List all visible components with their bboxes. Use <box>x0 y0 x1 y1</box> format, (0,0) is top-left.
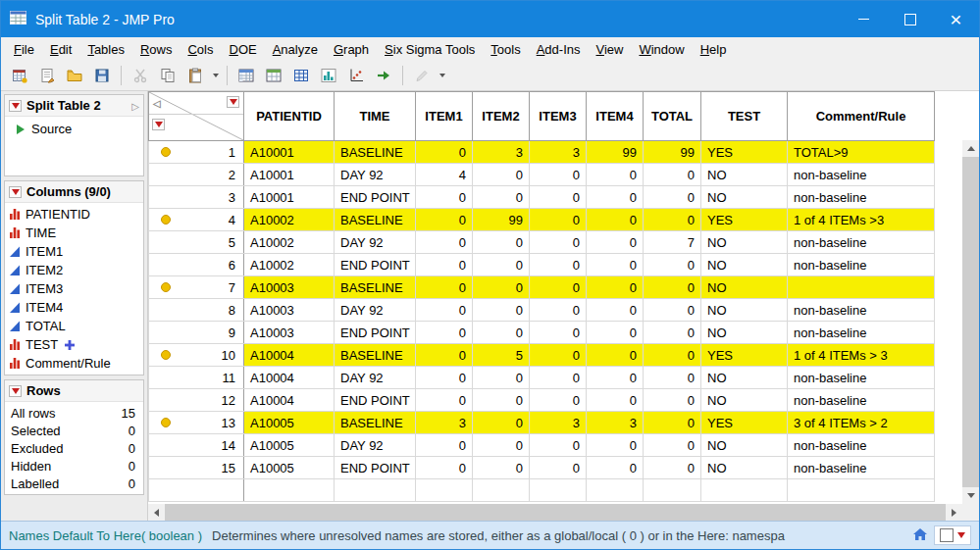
cell-total[interactable]: 0 <box>644 186 701 209</box>
cell-total[interactable]: 0 <box>644 254 701 276</box>
cell-item1[interactable]: 0 <box>416 231 473 254</box>
distribution-icon[interactable] <box>316 63 341 88</box>
cell-item2[interactable]: 3 <box>473 141 530 164</box>
columns-menu-icon[interactable] <box>9 186 22 198</box>
cell-item4[interactable]: 0 <box>587 457 644 479</box>
cell-item1[interactable]: 0 <box>416 457 473 479</box>
cell-comment[interactable]: non-baseline <box>788 231 935 254</box>
cell-total[interactable]: 0 <box>644 299 701 322</box>
cell-patientid[interactable]: A10003 <box>244 322 335 344</box>
cell-comment[interactable]: non-baseline <box>788 186 935 209</box>
menu-item-analyze[interactable]: Analyze <box>265 39 326 60</box>
cell-item2[interactable]: 0 <box>473 164 530 186</box>
cell-comment[interactable]: non-baseline <box>788 254 935 276</box>
cell-time[interactable]: DAY 92 <box>335 434 416 457</box>
row-number[interactable]: 2 <box>149 164 244 186</box>
cell-test[interactable]: NO <box>701 457 788 479</box>
cell-item1[interactable]: 0 <box>416 344 473 367</box>
cell-patientid[interactable]: A10005 <box>244 434 335 457</box>
cell-test[interactable]: YES <box>701 412 788 434</box>
cell-patientid[interactable]: A10004 <box>244 367 335 389</box>
cell-item4[interactable]: 0 <box>587 209 644 231</box>
cell-item3[interactable]: 0 <box>530 186 587 209</box>
grid-icon[interactable] <box>288 63 314 88</box>
cell-item4[interactable]: 0 <box>587 299 644 322</box>
cell-item2[interactable]: 0 <box>473 412 530 434</box>
cell-item4[interactable]: 0 <box>587 164 644 186</box>
scroll-left-icon[interactable] <box>148 504 165 521</box>
cell-item3[interactable]: 0 <box>530 434 587 457</box>
vertical-scroll-track[interactable] <box>962 157 979 487</box>
cell-patientid[interactable]: A10002 <box>244 254 335 276</box>
cell-item4[interactable]: 99 <box>587 141 644 164</box>
row-number[interactable]: 7 <box>149 276 244 299</box>
cell-total[interactable]: 0 <box>644 412 701 434</box>
column-item-comment-rule[interactable]: Comment/Rule <box>5 354 143 373</box>
cell-item4[interactable]: 0 <box>587 254 644 276</box>
row-number[interactable]: 15 <box>149 457 244 479</box>
cell-time[interactable]: BASELINE <box>335 276 416 299</box>
cell-item4[interactable]: 3 <box>587 412 644 434</box>
menu-item-rows[interactable]: Rows <box>132 39 181 60</box>
menu-item-window[interactable]: Window <box>631 39 692 60</box>
column-item-total[interactable]: TOTAL <box>5 317 143 335</box>
column-header-item2[interactable]: ITEM2 <box>473 92 530 141</box>
cell-item2[interactable]: 5 <box>473 344 530 367</box>
scroll-down-icon[interactable] <box>962 487 979 504</box>
cell-item3[interactable]: 0 <box>530 254 587 276</box>
cell-item1[interactable]: 0 <box>416 276 473 299</box>
scroll-right-icon[interactable] <box>946 504 962 521</box>
column-header-item3[interactable]: ITEM3 <box>530 92 587 141</box>
menu-item-cols[interactable]: Cols <box>180 39 221 60</box>
cell-test[interactable]: NO <box>701 164 788 186</box>
cell-item2[interactable]: 0 <box>473 457 530 479</box>
menu-item-six-sigma-tools[interactable]: Six Sigma Tools <box>377 39 483 60</box>
run-script-icon[interactable] <box>371 63 396 88</box>
table-menu-icon[interactable] <box>9 100 22 112</box>
cell-comment[interactable]: non-baseline <box>788 164 935 186</box>
cell-item3[interactable]: 0 <box>530 367 587 389</box>
cell-item3[interactable]: 0 <box>530 389 587 412</box>
cell-test[interactable]: YES <box>701 141 788 164</box>
cell-item1[interactable]: 4 <box>416 164 473 186</box>
menu-item-graph[interactable]: Graph <box>326 39 377 60</box>
menu-item-add-ins[interactable]: Add-Ins <box>529 39 589 60</box>
cell-item1[interactable]: 0 <box>416 141 473 164</box>
column-header-patientid[interactable]: PATIENTID <box>244 92 335 141</box>
horizontal-scroll-track[interactable] <box>165 504 946 521</box>
row-number[interactable]: 14 <box>149 434 244 457</box>
row-number[interactable]: 9 <box>149 322 244 344</box>
cell-comment[interactable]: non-baseline <box>788 434 935 457</box>
cell-item1[interactable]: 0 <box>416 254 473 276</box>
cell-test[interactable]: NO <box>701 276 788 299</box>
cell-item1[interactable]: 0 <box>416 322 473 344</box>
maximize-button[interactable] <box>887 1 933 37</box>
fit-y-x-icon[interactable] <box>343 63 369 88</box>
minimize-button[interactable] <box>841 1 887 37</box>
cell-item4[interactable]: 0 <box>587 276 644 299</box>
cell-item3[interactable]: 0 <box>530 164 587 186</box>
cell-item2[interactable]: 0 <box>473 389 530 412</box>
cell-item1[interactable]: 0 <box>416 209 473 231</box>
new-data-table-icon[interactable] <box>7 63 32 88</box>
cell-time[interactable]: DAY 92 <box>335 367 416 389</box>
menu-item-doe[interactable]: DOE <box>221 39 264 60</box>
columns-header-menu-icon[interactable] <box>227 96 239 108</box>
cell-item4[interactable]: 0 <box>587 434 644 457</box>
cell-time[interactable]: END POINT <box>335 322 416 344</box>
row-number[interactable]: 1 <box>149 141 244 164</box>
collapse-panel-icon[interactable] <box>153 95 161 110</box>
cell-comment[interactable] <box>788 276 935 299</box>
cell-patientid[interactable]: A10001 <box>244 141 335 164</box>
cell-test[interactable]: YES <box>701 344 788 367</box>
save-icon[interactable] <box>89 63 115 88</box>
vertical-scrollbar[interactable] <box>962 140 979 504</box>
cell-total[interactable]: 0 <box>644 164 701 186</box>
cell-item4[interactable]: 0 <box>587 186 644 209</box>
cell-time[interactable]: BASELINE <box>335 141 416 164</box>
column-header-test[interactable]: TEST <box>701 92 788 141</box>
menu-item-edit[interactable]: Edit <box>42 39 79 60</box>
column-item-time[interactable]: TIME <box>5 224 143 242</box>
cell-item2[interactable]: 0 <box>473 186 530 209</box>
cell-comment[interactable]: 1 of 4 ITEMs >3 <box>788 209 935 231</box>
